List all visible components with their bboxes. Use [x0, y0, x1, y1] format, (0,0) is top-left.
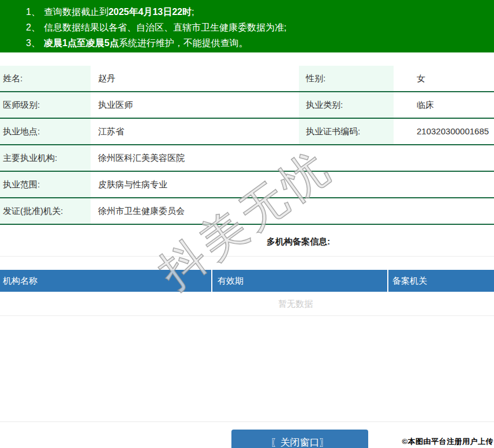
- notice-line-3: 3、凌晨1点至凌晨5点系统进行维护，不能提供查询。: [26, 35, 488, 51]
- notice-text: ;: [192, 7, 194, 17]
- field-value-practice-location: 江苏省: [91, 119, 299, 144]
- table-row: 主要执业机构: 徐州医科汇美美容医院: [0, 145, 494, 172]
- field-label-practice-location: 执业地点:: [0, 119, 91, 144]
- field-value-name: 赵丹: [91, 66, 299, 91]
- notice-line-2: 2、信息数据结果以各省、自治区、直辖市卫生健康委数据为准;: [26, 20, 488, 35]
- records-table-header: 机构名称 有效期 备案机关: [0, 270, 494, 292]
- field-value-doctor-level: 执业医师: [91, 92, 299, 118]
- section-title: 多机构备案信息:: [267, 236, 330, 247]
- notice-line-1: 1、查询数据截止到2025年4月13日22时;: [26, 4, 488, 20]
- query-result-page: 1、查询数据截止到2025年4月13日22时; 2、信息数据结果以各省、自治区、…: [0, 0, 494, 448]
- field-label-name: 姓名:: [0, 66, 91, 91]
- table-row: 姓名: 赵丹 性别: 女: [0, 66, 494, 92]
- column-header-validity-period: 有效期: [212, 270, 387, 292]
- field-label-certificate-number: 执业证书编码:: [299, 119, 394, 144]
- footer-divider: [0, 421, 494, 422]
- notice-number: 3、: [26, 38, 40, 48]
- notice-text: 查询数据截止到: [44, 7, 108, 17]
- notice-number: 2、: [26, 22, 40, 32]
- field-value-issuing-authority: 徐州市卫生健康委员会: [91, 198, 494, 224]
- field-value-practice-scope: 皮肤病与性病专业: [91, 172, 494, 197]
- field-label-practice-category: 执业类别:: [299, 92, 394, 118]
- field-label-issuing-authority: 发证(批准)机关:: [0, 198, 91, 224]
- field-label-gender: 性别:: [299, 66, 394, 91]
- notice-text: 系统进行维护，不能提供查询。: [119, 38, 248, 48]
- notice-number: 1、: [26, 7, 40, 17]
- notice-banner: 1、查询数据截止到2025年4月13日22时; 2、信息数据结果以各省、自治区、…: [0, 0, 494, 52]
- no-data-row: 暂无数据: [0, 292, 494, 316]
- field-label-main-institution: 主要执业机构:: [0, 145, 91, 171]
- no-data-text: 暂无数据: [278, 299, 313, 308]
- table-row: 医师级别: 执业医师 执业类别: 临床: [0, 92, 494, 119]
- notice-text-bold: 凌晨1点至凌晨5点: [44, 38, 119, 48]
- multi-institution-section: 多机构备案信息:: [0, 225, 494, 257]
- table-row: 执业地点: 江苏省 执业证书编码: 210320300001685: [0, 119, 494, 145]
- field-value-practice-category: 临床: [394, 92, 494, 118]
- notice-text-bold: 2025年4月13日22时: [108, 7, 192, 17]
- close-window-button[interactable]: 〖关闭窗口〗: [231, 430, 368, 448]
- practitioner-info-table: 姓名: 赵丹 性别: 女 医师级别: 执业医师 执业类别: 临床 执业地点: 江…: [0, 66, 494, 225]
- column-header-filing-authority: 备案机关: [388, 270, 494, 292]
- table-row: 发证(批准)机关: 徐州市卫生健康委员会: [0, 198, 494, 225]
- notice-text: 信息数据结果以各省、自治区、直辖市卫生健康委数据为准;: [44, 22, 286, 32]
- table-row: 执业范围: 皮肤病与性病专业: [0, 172, 494, 198]
- field-value-main-institution: 徐州医科汇美美容医院: [91, 145, 494, 171]
- column-header-institution-name: 机构名称: [0, 270, 211, 292]
- field-label-practice-scope: 执业范围:: [0, 172, 91, 197]
- field-label-doctor-level: 医师级别:: [0, 92, 91, 118]
- copyright-text: ©本图由平台注册用户上传: [402, 436, 493, 447]
- field-value-certificate-number: 210320300001685: [394, 119, 494, 144]
- field-value-gender: 女: [394, 66, 494, 91]
